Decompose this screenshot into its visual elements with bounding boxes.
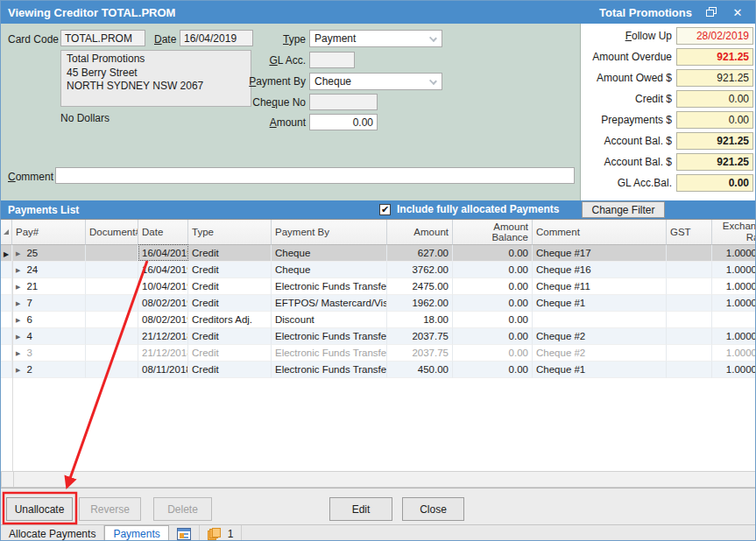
cell-type[interactable]: Creditors Adj. (188, 312, 272, 328)
restore-window-icon[interactable] (704, 5, 718, 19)
cell-gst[interactable] (667, 328, 712, 345)
cell-payment_by[interactable]: Cheque (272, 262, 387, 278)
expand-row-icon[interactable]: ▶ (16, 267, 20, 273)
column-header-exchange_rate[interactable]: Exchange Rate (712, 220, 756, 245)
cell-comment[interactable]: Cheque #2 (533, 345, 667, 362)
card-code-field[interactable] (60, 30, 145, 46)
cell-date[interactable]: 08/02/2019 (138, 295, 188, 312)
cell-amount[interactable]: 2037.75 (387, 345, 453, 362)
tab-copies[interactable]: 1 (200, 525, 243, 541)
cell-amount_balance[interactable]: 0.00 (453, 362, 533, 378)
cell-document[interactable] (86, 245, 138, 262)
close-button[interactable]: Close (402, 497, 464, 521)
expand-row-icon[interactable]: ▶ (16, 317, 20, 323)
cell-gst[interactable] (667, 295, 712, 312)
unallocate-button[interactable]: Unallocate (6, 497, 73, 521)
cell-document[interactable] (86, 328, 138, 345)
cell-document[interactable] (86, 312, 138, 328)
cell-type[interactable]: Credit (188, 345, 272, 362)
cell-comment[interactable]: Cheque #2 (533, 328, 667, 345)
table-row[interactable]: ▶▶2516/04/2019CreditCheque627.000.00Cheq… (1, 245, 756, 262)
cell-pay[interactable]: ▶25 (12, 245, 86, 262)
horizontal-scrollbar[interactable] (1, 471, 756, 488)
payment-by-select[interactable]: Cheque (309, 73, 442, 90)
edit-button[interactable]: Edit (329, 497, 392, 521)
cell-comment[interactable]: Cheque #17 (533, 245, 667, 262)
cell-exchange_rate[interactable]: 1.0000 (712, 245, 756, 262)
gl-acc-field[interactable] (309, 52, 355, 68)
cell-pay[interactable]: ▶6 (12, 312, 86, 328)
cell-amount_balance[interactable]: 0.00 (453, 262, 533, 278)
cell-exchange_rate[interactable]: 1.0000 (712, 328, 756, 345)
column-header-type[interactable]: Type (188, 220, 272, 245)
cell-comment[interactable]: Cheque #1 (533, 295, 667, 312)
tab-allocate-payments[interactable]: Allocate Payments (1, 525, 104, 541)
column-header-date[interactable]: Date (138, 220, 188, 245)
cell-gst[interactable] (667, 312, 712, 328)
cell-amount[interactable]: 2475.00 (387, 278, 453, 295)
table-row[interactable]: ▶208/11/2018CreditElectronic Funds Trans… (1, 362, 756, 378)
cell-document[interactable] (86, 362, 138, 378)
table-row[interactable]: ▶2110/04/2019CreditElectronic Funds Tran… (1, 278, 756, 295)
amount-field[interactable] (309, 114, 378, 130)
change-filter-button[interactable]: Change Filter (582, 201, 665, 218)
type-select[interactable]: Payment (309, 30, 442, 47)
include-filter-checkbox[interactable]: ✔ (379, 204, 391, 215)
cell-amount_balance[interactable]: 0.00 (453, 328, 533, 345)
cell-document[interactable] (86, 345, 138, 362)
column-header-comment[interactable]: Comment (533, 220, 667, 245)
cell-amount[interactable]: 627.00 (387, 245, 453, 262)
cell-payment_by[interactable]: Electronic Funds Transfer (272, 362, 387, 378)
cell-pay[interactable]: ▶7 (12, 295, 86, 312)
table-row[interactable]: ▶708/02/2019CreditEFTPOS/ Mastercard/Vis… (1, 295, 756, 312)
reverse-button[interactable]: Reverse (79, 497, 141, 521)
cell-amount_balance[interactable]: 0.00 (453, 312, 533, 328)
delete-button[interactable]: Delete (153, 497, 212, 521)
cell-date[interactable]: 21/12/2018 (138, 328, 188, 345)
cell-payment_by[interactable]: Discount (272, 312, 387, 328)
expand-all-icon[interactable] (1, 220, 12, 245)
column-header-pay[interactable]: Pay# (12, 220, 86, 245)
cell-amount_balance[interactable]: 0.00 (453, 278, 533, 295)
cell-amount[interactable]: 2037.75 (387, 328, 453, 345)
cell-pay[interactable]: ▶2 (12, 362, 86, 378)
cell-amount_balance[interactable]: 0.00 (453, 245, 533, 262)
cell-gst[interactable] (667, 362, 712, 378)
cell-pay[interactable]: ▶24 (12, 262, 86, 278)
expand-row-icon[interactable]: ▶ (16, 300, 20, 306)
cell-date[interactable]: 08/11/2018 (138, 362, 188, 378)
cell-pay[interactable]: ▶4 (12, 328, 86, 345)
table-row[interactable]: ▶2416/04/2019CreditCheque3762.000.00Cheq… (1, 262, 756, 278)
table-row[interactable]: ▶421/12/2018CreditElectronic Funds Trans… (1, 328, 756, 345)
cell-exchange_rate[interactable] (712, 312, 756, 328)
cell-type[interactable]: Credit (188, 295, 272, 312)
cell-document[interactable] (86, 278, 138, 295)
cell-amount_balance[interactable]: 0.00 (453, 345, 533, 362)
cell-gst[interactable] (667, 278, 712, 295)
cell-date[interactable]: 16/04/2019 (138, 245, 188, 262)
expand-row-icon[interactable]: ▶ (16, 334, 20, 340)
cell-amount[interactable]: 450.00 (387, 362, 453, 378)
cell-comment[interactable] (533, 312, 667, 328)
column-header-document[interactable]: Document# (86, 220, 138, 245)
cell-payment_by[interactable]: Electronic Funds Transfer (272, 345, 387, 362)
cell-document[interactable] (86, 262, 138, 278)
close-window-icon[interactable]: ✕ (731, 5, 745, 19)
cell-exchange_rate[interactable]: 1.0000 (712, 345, 756, 362)
expand-row-icon[interactable]: ▶ (16, 250, 20, 256)
cell-payment_by[interactable]: EFTPOS/ Mastercard/Visa (272, 295, 387, 312)
tab-report[interactable] (169, 525, 200, 541)
cell-date[interactable]: 08/02/2019 (138, 312, 188, 328)
column-header-payment_by[interactable]: Payment By (272, 220, 387, 245)
cell-gst[interactable] (667, 262, 712, 278)
cell-type[interactable]: Credit (188, 362, 272, 378)
cell-type[interactable]: Credit (188, 328, 272, 345)
cell-amount_balance[interactable]: 0.00 (453, 295, 533, 312)
cell-payment_by[interactable]: Electronic Funds Transfer (272, 278, 387, 295)
comment-field[interactable] (55, 167, 575, 184)
cell-exchange_rate[interactable]: 1.0000 (712, 278, 756, 295)
cell-gst[interactable] (667, 245, 712, 262)
cell-payment_by[interactable]: Cheque (272, 245, 387, 262)
cell-date[interactable]: 16/04/2019 (138, 262, 188, 278)
cell-type[interactable]: Credit (188, 262, 272, 278)
